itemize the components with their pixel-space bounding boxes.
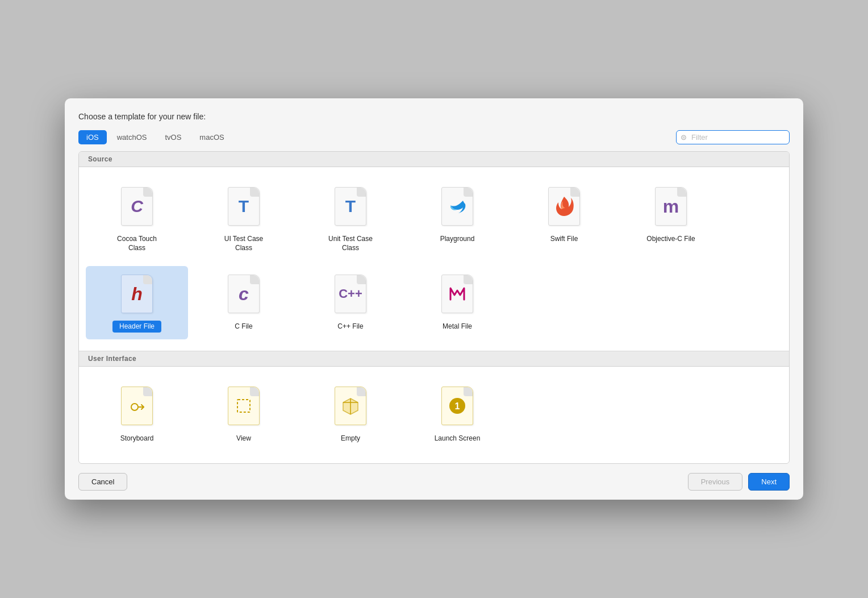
metal-file-label: Metal File (440, 321, 474, 333)
dialog: Choose a template for your new file: iOS… (65, 98, 803, 499)
footer-right: Previous Next (688, 473, 790, 491)
svg-text:1: 1 (455, 401, 460, 411)
content-area: Source C Cocoa TouchClass T UI Test Ca (78, 151, 790, 463)
header-file-icon: h (119, 273, 155, 315)
item-objc-file[interactable]: m Objective-C File (620, 178, 722, 261)
ui-test-icon: T (226, 185, 262, 227)
item-metal-file[interactable]: Metal File (406, 266, 508, 340)
swift-file-icon (546, 185, 582, 227)
unit-test-label: Unit Test CaseClass (326, 233, 375, 254)
item-storyboard[interactable]: Storyboard (86, 378, 188, 452)
cpp-file-icon: C++ (332, 273, 369, 315)
item-empty[interactable]: Empty (299, 378, 402, 452)
playground-icon (439, 185, 475, 227)
section-source-header: Source (79, 152, 789, 167)
item-playground[interactable]: Playground (406, 178, 508, 261)
cocoa-touch-label: Cocoa TouchClass (115, 233, 159, 254)
swift-file-label: Swift File (548, 233, 581, 246)
c-file-icon: c (226, 273, 262, 315)
item-ui-test[interactable]: T UI Test CaseClass (193, 178, 295, 261)
metal-file-icon (439, 273, 475, 315)
tab-tvos[interactable]: tvOS (157, 130, 189, 144)
playground-label: Playground (438, 233, 477, 246)
view-icon (226, 385, 262, 427)
header-file-label: Header File (112, 321, 161, 333)
launch-screen-icon: 1 (439, 385, 475, 427)
footer: Cancel Previous Next (65, 464, 803, 500)
storyboard-label: Storyboard (118, 433, 156, 445)
tab-bar: iOS watchOS tvOS macOS ⊜ (65, 130, 803, 144)
next-button[interactable]: Next (748, 473, 790, 491)
objc-file-icon: m (653, 185, 689, 227)
empty-icon (332, 385, 369, 427)
tab-watchos[interactable]: watchOS (109, 130, 155, 144)
c-file-label: C File (232, 321, 254, 333)
item-swift-file[interactable]: Swift File (513, 178, 615, 261)
objc-file-label: Objective-C File (644, 233, 697, 246)
cocoa-touch-icon: C (119, 185, 155, 227)
storyboard-icon (119, 385, 155, 427)
unit-test-icon: T (332, 185, 369, 227)
svg-rect-1 (237, 400, 250, 412)
previous-button[interactable]: Previous (688, 473, 743, 491)
empty-label: Empty (339, 433, 362, 445)
ui-test-label: UI Test CaseClass (222, 233, 265, 254)
ui-items-grid: Storyboard View (79, 367, 789, 463)
tab-ios[interactable]: iOS (78, 130, 107, 144)
svg-point-0 (131, 404, 138, 410)
item-cocoa-touch[interactable]: C Cocoa TouchClass (86, 178, 188, 261)
source-items-grid: C Cocoa TouchClass T UI Test CaseClass (79, 167, 789, 351)
dialog-title: Choose a template for your new file: (65, 112, 803, 130)
item-view[interactable]: View (193, 378, 295, 452)
item-c-file[interactable]: c C File (193, 266, 295, 340)
item-cpp-file[interactable]: C++ C++ File (299, 266, 402, 340)
filter-wrapper: ⊜ (676, 130, 790, 144)
tab-macos[interactable]: macOS (191, 130, 232, 144)
cancel-button[interactable]: Cancel (78, 473, 127, 491)
view-label: View (234, 433, 253, 445)
filter-icon: ⊜ (681, 133, 687, 142)
item-unit-test[interactable]: T Unit Test CaseClass (299, 178, 402, 261)
cpp-file-label: C++ File (335, 321, 365, 333)
filter-input[interactable] (676, 130, 790, 144)
section-ui-header: User Interface (79, 351, 789, 367)
item-launch-screen[interactable]: 1 Launch Screen (406, 378, 508, 452)
item-header-file[interactable]: h Header File (86, 266, 188, 340)
launch-screen-label: Launch Screen (432, 433, 483, 445)
